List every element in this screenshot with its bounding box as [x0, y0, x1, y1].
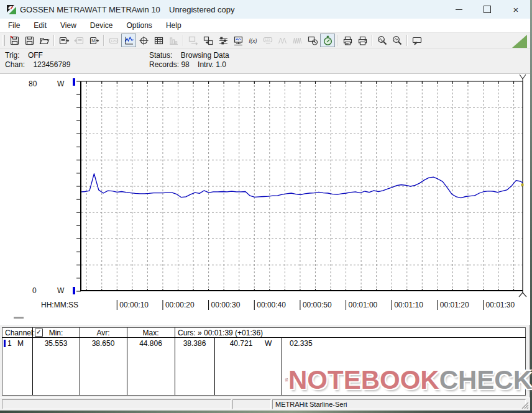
- zoom-time-button[interactable]: [375, 34, 390, 47]
- cell-unit: W: [265, 339, 272, 348]
- x-axis-tick-label: 00:00:50: [303, 301, 332, 309]
- formula-button[interactable]: f(x): [245, 34, 260, 47]
- table-view-button[interactable]: [151, 34, 166, 47]
- x-axis-tick-label: 00:01:20: [440, 301, 469, 309]
- save-trigger-button[interactable]: [7, 34, 22, 47]
- cell-channel-number: 1: [7, 339, 12, 348]
- toolbar-separator: [103, 35, 104, 46]
- annotation-button[interactable]: ...: [410, 34, 424, 47]
- svg-text:...: ...: [414, 38, 417, 42]
- menu-edit[interactable]: Edit: [27, 19, 53, 32]
- col-header-cursor: Curs: » 00:01:39 (+01:36): [178, 329, 263, 337]
- read-device-button[interactable]: [57, 34, 71, 47]
- x-axis-tick-label: 00:00:30: [211, 301, 241, 309]
- col-header-min: Min:: [32, 329, 80, 337]
- status-panel: Trig: OFF Chan: 123456789 Status: Browsi…: [0, 48, 530, 73]
- col-header-max: Max:: [127, 329, 175, 337]
- channel-setup-button[interactable]: [216, 34, 231, 47]
- sample-wave-button: [275, 34, 290, 47]
- x-axis-tick-label: 00:00:10: [119, 301, 149, 309]
- toolbar-grip: [2, 35, 5, 46]
- chart-svg[interactable]: [0, 74, 530, 325]
- histogram-button: [166, 34, 181, 47]
- status-label: Status:: [149, 51, 172, 60]
- title-license-status: Unregistered copy: [169, 5, 235, 14]
- notebookcheck-watermark: NOTEBOOKCHECK: [285, 360, 532, 400]
- svg-text:M: M: [91, 39, 95, 43]
- status-value: Browsing Data: [181, 51, 229, 60]
- digital-display-button: 1257: [106, 34, 121, 47]
- cell-avr: 38.650: [80, 339, 127, 348]
- minimize-button[interactable]: [444, 0, 473, 19]
- y-axis-max-label: 80: [29, 79, 37, 88]
- logo-triangle-icon: [512, 35, 527, 48]
- watermark-text-primary: NOTEBOOK: [288, 365, 439, 395]
- toolbar-separator: [406, 35, 408, 46]
- y-axis-unit-top: W: [57, 79, 64, 88]
- interval-timer-button[interactable]: [320, 34, 335, 47]
- minimize-icon: [456, 9, 462, 10]
- print-report-button[interactable]: [340, 34, 355, 47]
- toolbar-separator: [372, 35, 373, 46]
- x-axis-tick-label: 00:00:40: [257, 301, 286, 309]
- interval-label: Intrv.: [198, 60, 214, 69]
- toolbar-separator: [183, 35, 184, 46]
- menu-device[interactable]: Device: [83, 19, 120, 32]
- desktop-sliver-bottom: [0, 411, 532, 413]
- x-axis-tick-label: 00:01:00: [349, 301, 378, 309]
- channel-color-marker: [4, 340, 6, 347]
- chart-panel: 80 W 0 W HH:MM:SS 00:00:1000:00:2000:00:…: [0, 73, 530, 325]
- cell-cursor-delta: 02.335: [290, 339, 313, 348]
- title-bar: GOSSEN METRAWATT METRAwin 10 Unregistere…: [0, 0, 530, 19]
- menu-view[interactable]: View: [53, 19, 83, 32]
- cell-cursor-b: 40.721: [219, 339, 264, 348]
- channel-status: Chan: 123456789: [5, 60, 70, 69]
- table-header-divider: [2, 337, 526, 338]
- col-header-channel: Channel:: [5, 329, 35, 337]
- title-app-name: GOSSEN METRAWATT: [20, 5, 107, 14]
- sample-dense-button: [290, 34, 305, 47]
- import-button[interactable]: [201, 34, 216, 47]
- memory-read-button[interactable]: M: [86, 34, 101, 47]
- cell-channel-mode: M: [17, 339, 24, 348]
- col-header-avr: Avr:: [80, 329, 127, 337]
- resize-grip[interactable]: [521, 401, 529, 409]
- statusbar-panel-left: [2, 399, 231, 409]
- menu-options[interactable]: Options: [120, 19, 159, 32]
- zoom-amplitude-button[interactable]: [390, 34, 405, 47]
- toolbar-buttons: M1257f(x)123...: [7, 34, 424, 47]
- toolbar: M1257f(x)123...: [0, 32, 530, 48]
- maximize-button[interactable]: [473, 0, 502, 19]
- write-device-button: [71, 34, 86, 47]
- records-value: 98: [181, 60, 189, 69]
- toolbar-separator: [53, 35, 55, 46]
- open-button[interactable]: [37, 34, 52, 47]
- x-axis-tick-label: 00:01:30: [486, 301, 515, 309]
- chart-scroll-handle[interactable]: [14, 317, 24, 319]
- cursor-crosshair-button[interactable]: [136, 34, 151, 47]
- device-settings-button: 123: [260, 34, 275, 47]
- x-axis-tick-label: 00:00:20: [165, 301, 195, 309]
- trig-value: OFF: [28, 51, 43, 60]
- menu-help[interactable]: Help: [159, 19, 188, 32]
- display-setup-button[interactable]: [231, 34, 245, 47]
- svg-text:1257: 1257: [111, 39, 117, 42]
- trig-label: Trig:: [5, 51, 20, 60]
- app-window: GOSSEN METRAWATT METRAwin 10 Unregistere…: [0, 0, 530, 411]
- svg-text:123: 123: [265, 39, 270, 42]
- close-button[interactable]: ×: [502, 0, 530, 19]
- time-sync-button[interactable]: [305, 34, 320, 47]
- screen: { "window": { "title_app": "GOSSEN METRA…: [0, 0, 532, 413]
- save-button[interactable]: [22, 34, 37, 47]
- menu-file[interactable]: File: [1, 19, 27, 32]
- records-status: Records: 98 Intrv. 1.0: [149, 60, 226, 69]
- title-product-name: METRAwin 10: [109, 5, 160, 14]
- x-axis-tick-label: 00:01:10: [394, 301, 423, 309]
- statusbar-device-panel: METRAHit Starline-Seri: [272, 399, 526, 409]
- trend-view-button[interactable]: [121, 34, 136, 47]
- y-axis-unit-bottom: W: [57, 286, 64, 295]
- x-axis-format-label: HH:MM:SS: [41, 301, 78, 309]
- print-button[interactable]: [355, 34, 370, 47]
- close-icon: ×: [513, 5, 519, 14]
- interval-value: 1.0: [216, 60, 226, 69]
